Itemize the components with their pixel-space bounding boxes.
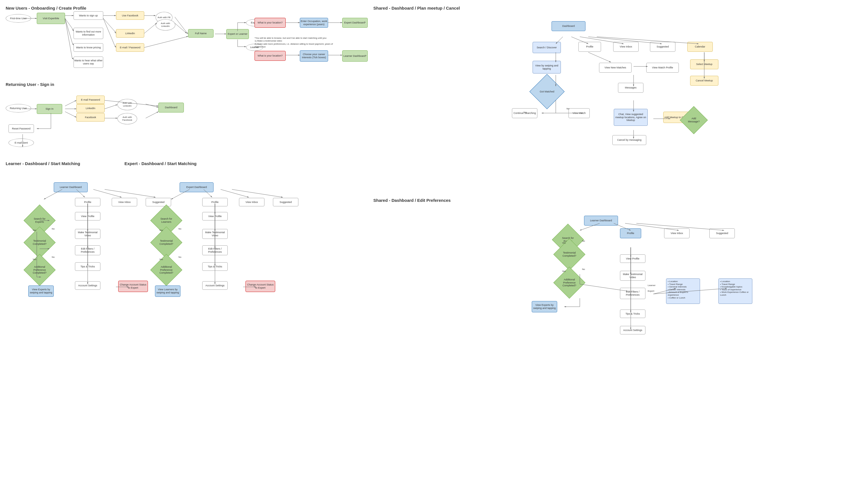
node-email-sent: E-mail Sent [8, 139, 34, 147]
node-learner-dashboard-star: Learner Dashboard* [342, 50, 368, 61]
node-first-time-user: First-time User [6, 14, 31, 23]
svg-line-71 [597, 37, 699, 44]
node-select-meetup: Select Meetup [690, 59, 718, 69]
node-change-account-learner: Change Account Status to Expert [118, 281, 148, 292]
node-expert-or-learner: Expert or Learner [226, 29, 249, 39]
svg-line-34 [65, 112, 76, 117]
node-view-profile-learner: View Profile [75, 212, 100, 220]
node-profile-expert: Profile [202, 198, 228, 206]
node-view-inbox-learner: View Inbox [112, 198, 137, 206]
node-profile-edit-shared: Profile [620, 229, 641, 238]
node-what-location-learner: What is your location? [255, 51, 286, 61]
node-tips-tricks-edit-shared: Tips & Tricks [620, 309, 645, 318]
node-suggested-edit-shared: Suggested [709, 229, 735, 238]
node-returning-user: Returning User [6, 104, 31, 112]
node-view-inbox-shared-plan: View Inbox [613, 42, 639, 52]
label-no-testimonial-edit: No [582, 240, 585, 242]
section-shared-edit: Shared - Dashboard / Edit Preferences [373, 198, 451, 207]
svg-line-20 [144, 37, 187, 48]
node-enter-occupation: Enter Occupation, work experience (years… [300, 18, 328, 28]
node-make-testimonial-expert: Make Testimonial Video [202, 229, 228, 239]
section-returning-user: Returning User - Sign in [6, 82, 54, 91]
node-view-inbox-edit-shared: View Inbox [664, 229, 689, 238]
node-edit-filters-learner: Edit Filters / Preferences [75, 245, 100, 255]
label-no-pref-learner: No [52, 256, 55, 258]
node-testimonial-diamond-edit: Testimonial Completed? [553, 238, 585, 270]
shared-edit-title: Shared - Dashboard / Edit Preferences [373, 198, 451, 203]
label-no-testimonial-expert: No [178, 228, 181, 230]
node-make-testimonial-learner: Make Testimonial Video [75, 229, 100, 239]
node-view-new-matches: View New Matches [599, 63, 632, 73]
new-users-title: New Users - Onboarding / Create Profile [6, 6, 86, 11]
node-tips-tricks-expert: Tips & Tricks [202, 262, 228, 271]
node-edit-filters-edit-shared: Edit Filters / Preferences [620, 288, 645, 299]
node-calendar: Calendar [687, 42, 713, 52]
node-view-profile-expert: View Profile [202, 212, 228, 220]
svg-line-37 [146, 104, 158, 107]
node-account-settings-expert: Account Settings [202, 281, 228, 290]
svg-line-5 [65, 18, 72, 42]
section-shared-plan: Shared - Dashboard / Plan meetup / Cance… [373, 6, 460, 15]
node-linkedin-new: LinkedIn [116, 29, 144, 38]
node-additional-pref-diamond-expert: Additional Preference Completed? [150, 254, 182, 286]
node-profile-shared-plan: Profile [578, 42, 601, 52]
svg-line-35 [105, 105, 117, 109]
expert-dashboard-title: Expert - Dashboard / Start Matching [124, 161, 197, 166]
svg-line-15 [144, 24, 156, 33]
node-cancel-meetup: Cancel Meetup [690, 76, 718, 86]
node-learner-options: • Location• Travel Range• General Intere… [666, 278, 700, 304]
node-reset-password: Reset Password [8, 124, 34, 133]
node-cancel-by-messaging: Cancel by messaging [612, 135, 646, 145]
node-view-profile-edit-shared: View Profile [620, 254, 645, 263]
svg-line-60 [232, 190, 283, 197]
node-wants-pricing: Wants to know pricing [73, 43, 103, 52]
label-yes-pref-expert: Yes [159, 258, 163, 260]
node-profile-learner: Profile [75, 198, 100, 206]
section-learner-dashboard: Learner - Dashboard / Start Matching [6, 161, 80, 170]
node-view-learners-expert: View Learners by swiping and tapping [155, 286, 180, 297]
node-tips-tricks-learner: Tips & Tricks [75, 262, 100, 271]
node-learner-dashboard: Learner Dashboard [54, 182, 88, 192]
svg-line-7 [65, 18, 72, 58]
node-additional-pref-diamond-edit: Additional Preference Completed? [553, 267, 585, 299]
node-expert-options: • Location• Travel Range• Knowledgable t… [718, 278, 752, 304]
shared-plan-title: Shared - Dashboard / Plan meetup / Cance… [373, 6, 460, 11]
node-email-password-new: E-mail / Password [116, 43, 144, 52]
node-account-settings-learner: Account Settings [75, 281, 100, 290]
svg-line-17 [175, 17, 187, 33]
section-expert-dashboard: Expert - Dashboard / Start Matching [124, 161, 197, 170]
node-dashboard-shared: Dashboard [551, 21, 585, 31]
node-suggested-learner: Suggested [146, 198, 171, 206]
node-edit-filters-expert: Edit Filters / Preferences [202, 245, 228, 255]
learner-dashboard-title: Learner - Dashboard / Start Matching [6, 161, 80, 166]
node-expert-dashboard: Expert Dashboard [180, 182, 213, 192]
label-no-pref-edit: No [582, 268, 585, 271]
node-sign-in: Sign In [37, 104, 62, 114]
note-new-users: *You will be able to browse, but won't b… [255, 37, 339, 49]
node-auth-facebook-return: Auth with Facebook [117, 113, 137, 124]
label-yes-testimonial-learner: Yes [33, 229, 36, 232]
node-chat-view: Chat, View suggested meetup locations, A… [614, 109, 648, 126]
label-learner-edit: Learner [648, 284, 655, 287]
svg-line-77 [588, 52, 611, 62]
node-view-swiping: View by swiping and tapping [532, 61, 561, 73]
node-view-experts-edit-shared: View Experts by swiping and tapping [532, 301, 557, 312]
label-no-pref-expert: No [178, 256, 181, 258]
node-wants-hear: Wants to hear what other users say [73, 56, 103, 68]
svg-line-12 [103, 18, 115, 45]
node-search-discover: Search / Discover [532, 42, 561, 53]
svg-line-32 [65, 100, 76, 106]
node-add-message-diamond: Add Message? [680, 106, 708, 134]
node-wants-find-more: Wants to find out more information [73, 28, 103, 39]
svg-line-10 [103, 18, 115, 31]
node-learner-dashboard-edit: Learner Dashboard [584, 216, 618, 226]
node-auth-linkedin-new: Auth with LinkedIn [156, 19, 175, 31]
node-use-facebook: Use Facebook [116, 11, 144, 20]
node-view-experts-learner: View Experts by swiping and tapping [28, 286, 54, 297]
node-full-name: Full Name [188, 29, 213, 38]
returning-user-title: Returning User - Sign in [6, 82, 54, 87]
label-yes-pref-edit: Yes [562, 270, 566, 272]
node-visit-expertme: Visit ExpertMe [37, 13, 65, 24]
node-change-account-expert: Change Account Status to Expert [246, 281, 275, 292]
node-account-settings-edit-shared: Account Settings [620, 326, 645, 335]
